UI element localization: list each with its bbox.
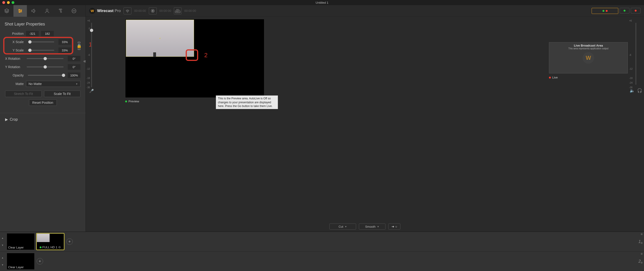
yscale-value[interactable]: 33% [58,47,71,53]
tab-audio[interactable] [27,5,40,17]
xscale-value[interactable]: 33% [58,39,71,45]
brand-name: Wirecast [97,8,114,13]
green-dot-icon [125,100,127,102]
opacity-row: Opacity 100% [0,71,86,79]
preview-tooltip: This is the Preview area. AutoLive is Of… [216,95,278,109]
live-column: Live Broadcast Area This area represents… [549,19,628,222]
xrot-label: X Rotation [5,57,22,60]
close-window-button[interactable] [2,1,5,4]
clear-layer-thumb[interactable]: Clear Layer [7,253,34,270]
clear-layer-label: Clear Layer [7,245,34,250]
preview-label: Preview [125,100,549,103]
layer-reorder-arrows[interactable]: ▲▼ [2,237,5,247]
tab-properties[interactable] [14,5,27,17]
properties-sidebar: Shot Layer Properties Position -321 182 … [0,5,86,232]
shot-thumb-fullhd1[interactable]: FULL HD 1 ⚙ [37,234,64,250]
red-dot-icon [549,77,551,78]
opacity-label: Opacity [5,73,24,77]
layer-dot[interactable] [641,242,642,244]
layer-dot[interactable] [641,233,642,235]
record-timecode: 00:00:00 [160,9,171,12]
tab-person[interactable] [40,5,54,17]
status-pill-1[interactable] [592,8,618,14]
position-y-field[interactable]: 182 [41,31,54,36]
sidebar-tabs [0,5,86,17]
annotation-box-2 [186,49,198,61]
layer-row-1: ▲▼ Clear Layer FULL HD 1 ⚙ + 1 [0,232,644,252]
triangle-right-icon: ▶ [5,117,8,122]
scale-to-fit-button[interactable]: Scale To Fit [44,91,81,97]
wirecast-logo-icon: W [89,8,95,14]
layer-dot[interactable] [641,253,642,255]
position-label: Position [5,32,24,35]
zoom-window-button[interactable] [12,1,14,4]
stretch-to-fit-button[interactable]: Stretch To Fit [5,91,42,97]
scale-lock[interactable]: 🔒 [74,38,84,54]
tab-layers[interactable] [0,5,14,17]
position-row: Position -321 182 [0,29,86,38]
transition-smooth-select[interactable]: Smooth▼ [359,224,386,230]
live-broadcast-frame: Live Broadcast Area This area represents… [549,42,628,73]
shot-object [153,52,156,57]
layer-reorder-arrows[interactable]: ▲▼ [2,257,5,266]
record-button[interactable] [149,7,157,14]
crop-section[interactable]: ▶ Crop [0,113,86,126]
stage: +6 0 -6 -12 -18 -24 -36 🎤 ✶ 2 [86,17,644,222]
center-handle-icon[interactable]: ✶ [159,37,161,40]
status-pill-2[interactable] [620,8,630,13]
yscale-slider[interactable] [28,50,54,51]
matte-select[interactable]: No Matte ▼ [26,81,80,87]
go-button[interactable]: ➔ ○ [388,224,400,230]
live-audio-meter: +6 -6 -12 -18 -24 -36 🔈 🎧 [628,19,644,93]
transition-cut-select[interactable]: Cut▼ [330,224,356,230]
clear-layer-label: Clear Layer [7,265,34,270]
position-x-field[interactable]: -321 [26,31,39,36]
shot-mini-preview [37,234,50,242]
shot-label: FULL HD 1 [42,246,58,249]
stream-button[interactable] [124,7,132,14]
clear-layer-thumb[interactable]: Clear Layer [7,234,34,250]
yscale-label: Y Scale [5,48,24,52]
top-toolbar: W Wirecast Pro 00:00:00 00:00:00 ISO REC… [86,5,644,17]
svg-point-10 [75,11,75,11]
chevron-down-icon: ▼ [345,225,347,228]
tab-more[interactable] [67,5,81,17]
xrot-value[interactable]: 0° [68,56,80,61]
reset-position-button[interactable]: Reset Position [29,99,57,106]
app-brand: W Wirecast Pro [89,8,121,14]
chevron-down-icon: ▼ [76,83,78,85]
xscale-slider[interactable] [28,41,54,42]
tab-text[interactable] [54,5,67,17]
layer-row-2: ▲▼ Clear Layer + 2 [0,252,644,271]
layer-number: 1 [638,239,641,244]
yrot-row: Y Rotation 0° [0,63,86,71]
live-subtitle: This area represents application output [568,47,608,50]
svg-point-6 [46,9,48,11]
gear-icon[interactable]: ⚙ [58,246,61,249]
live-volume-slider[interactable] [636,23,636,85]
annotation-label-2: 2 [204,52,208,59]
status-pill-3[interactable] [631,8,640,13]
preview-shot-frame[interactable]: ✶ [126,20,194,57]
preview-column: ✶ 2 This is the Preview area. AutoLive i… [97,19,549,222]
opacity-slider[interactable] [28,75,64,76]
add-shot-button[interactable]: + [66,238,73,245]
preview-canvas[interactable]: ✶ 2 This is the Preview area. AutoLive i… [125,19,264,98]
stream-timecode: 00:00:00 [134,9,146,12]
center-area: W Wirecast Pro 00:00:00 00:00:00 ISO REC… [86,5,644,232]
yrot-value[interactable]: 0° [68,64,80,70]
layer-dot[interactable] [641,262,642,264]
yrot-slider[interactable] [27,66,64,67]
panel-title: Shot Layer Properties [0,17,86,29]
preview-volume-slider[interactable] [91,23,92,87]
iso-record-button[interactable]: ISO REC [174,7,182,14]
minimize-window-button[interactable] [7,1,10,4]
headphones-icon[interactable]: 🎧 [637,88,642,93]
speaker-icon[interactable]: 🔈 [630,88,635,93]
xrot-slider[interactable] [27,58,64,59]
svg-point-9 [74,11,74,11]
add-shot-button[interactable]: + [37,258,43,265]
opacity-value[interactable]: 100% [68,72,80,78]
svg-point-8 [73,11,73,11]
iso-label: ISO [176,9,180,11]
